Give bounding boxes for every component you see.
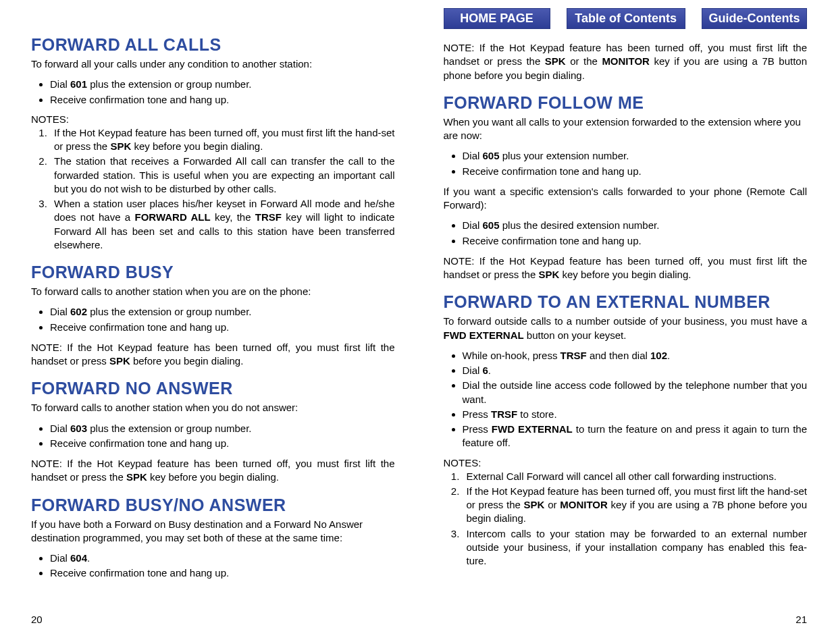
home-page-button[interactable]: HOME PAGE — [444, 8, 550, 29]
list-item: Receive confirmation tone and hang up. — [50, 566, 395, 580]
notes-label: NOTES: — [31, 113, 395, 125]
numbered-list: If the Hot Keypad feature has been turne… — [31, 126, 395, 252]
intro-text: To forward outside calls to a number out… — [444, 315, 808, 342]
bullet-list: Dial 605 plus your extension number. Rec… — [444, 149, 808, 178]
heading-forward-follow-me: FORWARD FOLLOW ME — [444, 93, 808, 113]
list-item: When a station user places his/her keyse… — [50, 197, 395, 252]
bullet-list: While on-hook, press TRSF and then dial … — [444, 349, 808, 450]
table-of-contents-button[interactable]: Table of Contents — [567, 8, 685, 29]
list-item: Receive confirmation tone and hang up. — [50, 321, 395, 334]
list-item: External Call Forward will cancel all ot… — [463, 470, 808, 483]
list-item: The station that receives a Forwarded Al… — [50, 155, 395, 196]
intro-text: When you want all calls to your extensio… — [444, 115, 808, 143]
bullet-list: Dial 602 plus the extension or group num… — [31, 305, 395, 334]
bullet-list: Dial 603 plus the extension or group num… — [31, 422, 395, 451]
list-item: Dial 603 plus the extension or group num… — [50, 422, 395, 435]
list-item: Dial the outside line access code follow… — [463, 379, 808, 406]
guide-contents-button[interactable]: Guide-Contents — [702, 8, 807, 29]
intro-text: To forward calls to another station when… — [31, 285, 395, 298]
list-item: If the Hot Keypad feature has been turne… — [463, 485, 808, 526]
heading-forward-external-number: FORWARD TO AN EXTERNAL NUMBER — [444, 292, 808, 312]
page-number-right: 21 — [796, 614, 807, 625]
bullet-list: Dial 605 plus the desired extension numb… — [444, 219, 808, 248]
list-item: Dial 605 plus your extension number. — [463, 149, 808, 163]
bullet-list: Dial 601 plus the extension or group num… — [31, 78, 395, 107]
heading-forward-no-answer: FORWARD NO ANSWER — [31, 379, 395, 398]
list-item: Press TRSF to store. — [463, 408, 808, 421]
intro-text: To forward calls to another station when… — [31, 401, 395, 414]
heading-forward-busy: FORWARD BUSY — [31, 263, 395, 282]
note-text: NOTE: If the Hot Keypad feature has been… — [31, 457, 395, 485]
list-item: Receive confirmation tone and hang up. — [463, 234, 808, 248]
list-item: Dial 604. — [50, 552, 395, 565]
list-item: Intercom calls to your station may be fo… — [463, 527, 808, 568]
note-text: NOTE: If the Hot Keypad feature has been… — [444, 41, 808, 82]
note-text: NOTE: If the Hot Keypad feature has been… — [444, 254, 808, 282]
intro-text: If you have both a Forward on Busy desti… — [31, 518, 395, 545]
list-item: Press FWD EXTERNAL to turn the feature o… — [463, 423, 808, 450]
list-item: Receive confirmation tone and hang up. — [50, 93, 395, 107]
intro-text: To forward all your calls under any cond… — [31, 57, 395, 71]
nav-buttons: HOME PAGE Table of Contents Guide-Conten… — [444, 8, 808, 29]
list-item: Receive confirmation tone and hang up. — [50, 437, 395, 450]
list-item: If the Hot Keypad feature has been turne… — [50, 126, 395, 154]
list-item: Dial 605 plus the desired extension numb… — [463, 219, 808, 232]
list-item: Receive confirmation tone and hang up. — [463, 165, 808, 178]
heading-forward-busy-no-answer: FORWARD BUSY/NO ANSWER — [31, 495, 395, 515]
list-item: While on-hook, press TRSF and then dial … — [463, 349, 808, 363]
bullet-list: Dial 604. Receive confirmation tone and … — [31, 552, 395, 581]
notes-label: NOTES: — [444, 457, 808, 468]
list-item: Dial 602 plus the extension or group num… — [50, 305, 395, 319]
page-number-left: 20 — [31, 614, 43, 625]
note-text: NOTE: If the Hot Keypad feature has been… — [31, 341, 395, 369]
list-item: Dial 601 plus the extension or group num… — [50, 78, 395, 91]
heading-forward-all-calls: FORWARD ALL CALLS — [31, 35, 395, 55]
body-text: If you want a specific extension's calls… — [444, 185, 808, 213]
list-item: Dial 6. — [463, 364, 808, 377]
numbered-list: External Call Forward will cancel all ot… — [444, 470, 808, 568]
